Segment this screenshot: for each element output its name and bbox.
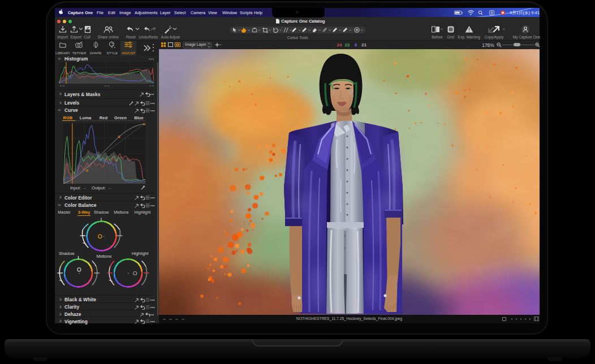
svg-text:8: 8 [491,11,493,15]
